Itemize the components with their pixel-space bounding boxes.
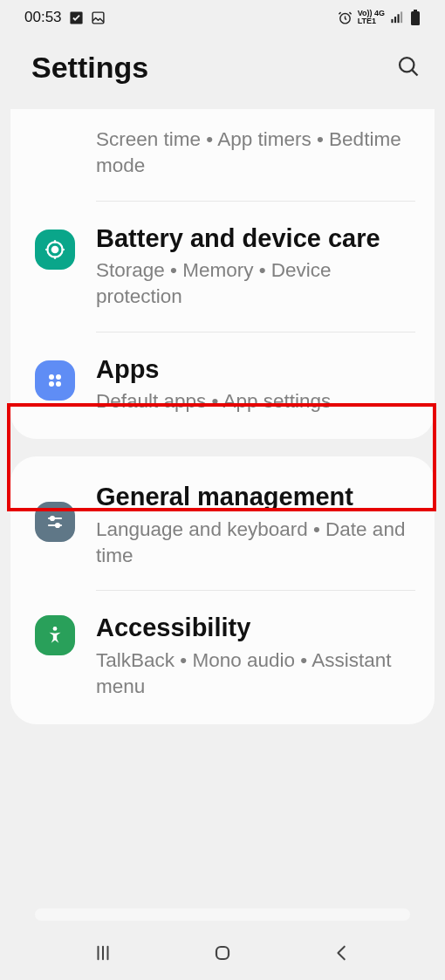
row-subtitle: Screen time • App timers • Bedtime mode: [96, 127, 415, 180]
home-icon: [212, 942, 233, 963]
apps-icon: [35, 360, 75, 401]
page-title: Settings: [31, 51, 148, 85]
battery-icon: [410, 10, 421, 25]
image-icon: [91, 10, 106, 25]
nav-home-button[interactable]: [209, 940, 236, 966]
row-subtitle: Default apps • App settings: [96, 388, 415, 415]
accessibility-icon: [35, 615, 75, 655]
row-title: Battery and device care: [96, 223, 415, 254]
checkbox-icon: [69, 10, 84, 25]
status-time: 00:53: [24, 9, 62, 26]
svg-point-13: [49, 374, 54, 380]
svg-point-18: [51, 517, 54, 520]
row-title: Apps: [96, 353, 415, 385]
svg-point-12: [51, 245, 59, 253]
svg-point-21: [53, 627, 58, 631]
search-icon: [396, 54, 421, 79]
nav-back-button[interactable]: [329, 940, 355, 966]
svg-rect-8: [414, 10, 417, 11]
row-subtitle: Language and keyboard • Date and time: [96, 517, 415, 570]
svg-rect-6: [400, 11, 402, 23]
svg-rect-3: [391, 18, 393, 22]
recent-icon: [93, 943, 113, 963]
nav-bar: [0, 926, 445, 980]
search-button[interactable]: [396, 54, 421, 82]
row-general-management[interactable]: General management Language and keyboard…: [10, 460, 435, 590]
row-digital-wellbeing[interactable]: Screen time • App timers • Bedtime mode: [10, 113, 435, 201]
row-battery-device-care[interactable]: Battery and device care Storage • Memory…: [10, 202, 435, 332]
signal-icon: [390, 10, 405, 25]
svg-rect-1: [92, 12, 104, 24]
network-label: Vo)) 4G LTE1: [358, 10, 385, 25]
svg-point-9: [400, 58, 414, 72]
row-subtitle: Storage • Memory • Device protection: [96, 257, 415, 311]
svg-point-15: [49, 381, 54, 387]
row-apps[interactable]: Apps Default apps • App settings: [10, 332, 435, 436]
row-subtitle: TalkBack • Mono audio • Assistant menu: [96, 648, 415, 701]
page-header: Settings: [0, 35, 445, 109]
sliders-icon: [35, 502, 75, 542]
nav-recent-button[interactable]: [90, 940, 116, 966]
svg-point-20: [56, 524, 59, 527]
settings-card-1: Screen time • App timers • Bedtime mode …: [10, 109, 435, 439]
settings-card-2: General management Language and keyboard…: [10, 456, 435, 724]
svg-rect-4: [394, 17, 396, 23]
svg-rect-7: [411, 11, 420, 25]
svg-point-16: [56, 381, 61, 387]
back-icon: [332, 943, 352, 963]
alarm-icon: [338, 10, 353, 25]
status-bar: 00:53 Vo)) 4G LTE1: [0, 0, 445, 35]
row-accessibility[interactable]: Accessibility TalkBack • Mono audio • As…: [10, 591, 435, 721]
svg-rect-5: [398, 14, 400, 23]
device-care-icon: [35, 230, 75, 270]
svg-line-10: [412, 70, 417, 75]
scroll-indicator: [35, 908, 410, 921]
row-title: General management: [96, 481, 415, 512]
svg-rect-25: [216, 947, 229, 959]
row-title: Accessibility: [96, 612, 415, 643]
svg-point-14: [56, 374, 61, 380]
